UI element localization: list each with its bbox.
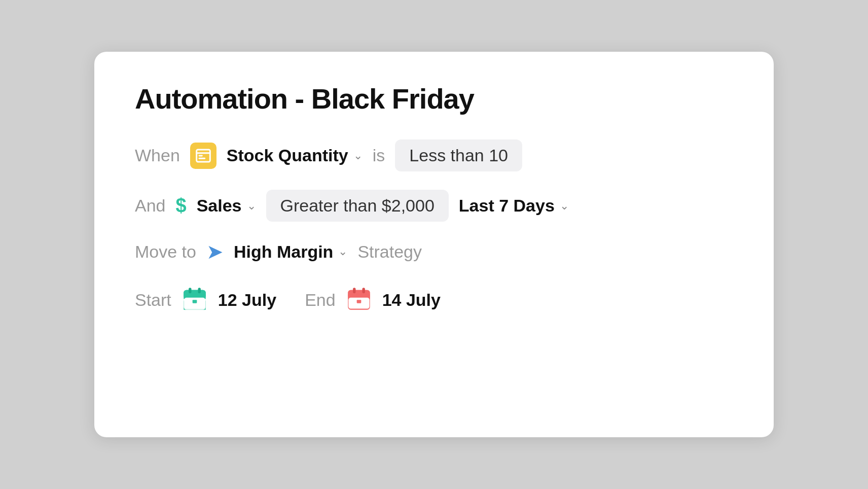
svg-rect-20 xyxy=(353,288,355,293)
sales-value[interactable]: Greater than $2,000 xyxy=(266,190,449,222)
start-calendar-icon xyxy=(182,286,208,314)
strategy-dropdown[interactable]: High Margin ⌄ xyxy=(234,242,347,262)
start-label: Start xyxy=(135,290,171,310)
time-range-chevron: ⌄ xyxy=(560,199,569,213)
page-title: Automation - Black Friday xyxy=(135,82,733,115)
svg-rect-19 xyxy=(356,300,361,303)
svg-rect-12 xyxy=(192,300,197,303)
strategy-icon: ➤ xyxy=(206,240,224,263)
stock-quantity-label: Stock Quantity xyxy=(227,146,348,165)
svg-rect-14 xyxy=(198,288,200,293)
time-range-dropdown[interactable]: Last 7 Days ⌄ xyxy=(459,196,569,216)
stock-quantity-dropdown[interactable]: Stock Quantity ⌄ xyxy=(227,146,363,165)
time-range-label: Last 7 Days xyxy=(459,196,555,216)
stock-icon xyxy=(190,143,216,169)
svg-rect-21 xyxy=(362,288,365,293)
schedule-row: Start 12 July End xyxy=(135,286,733,314)
end-date[interactable]: 14 July xyxy=(382,290,441,310)
condition-1-prefix: When xyxy=(135,146,180,165)
condition-2-row: And $ Sales ⌄ Greater than $2,000 Last 7… xyxy=(135,190,733,222)
start-date[interactable]: 12 July xyxy=(218,290,276,310)
automation-card: Automation - Black Friday When Stock Qua… xyxy=(94,52,774,437)
sales-label: Sales xyxy=(197,196,242,216)
strategy-name-label: High Margin xyxy=(234,242,333,262)
condition-1-operator: is xyxy=(373,146,385,165)
end-calendar-icon xyxy=(346,286,372,314)
action-row: Move to ➤ High Margin ⌄ Strategy xyxy=(135,240,733,263)
strategy-chevron: ⌄ xyxy=(338,245,347,258)
condition-2-prefix: And xyxy=(135,196,166,216)
stock-quantity-chevron: ⌄ xyxy=(353,149,363,162)
action-prefix: Move to xyxy=(135,242,196,262)
sales-icon: $ xyxy=(176,195,187,217)
svg-rect-13 xyxy=(189,288,191,293)
sales-dropdown[interactable]: Sales ⌄ xyxy=(197,196,256,216)
stock-quantity-value[interactable]: Less than 10 xyxy=(395,139,522,171)
condition-1-row: When Stock Quantity ⌄ is Less than 10 xyxy=(135,139,733,171)
end-label: End xyxy=(305,290,336,310)
sales-chevron: ⌄ xyxy=(247,199,256,213)
action-suffix: Strategy xyxy=(357,242,422,262)
